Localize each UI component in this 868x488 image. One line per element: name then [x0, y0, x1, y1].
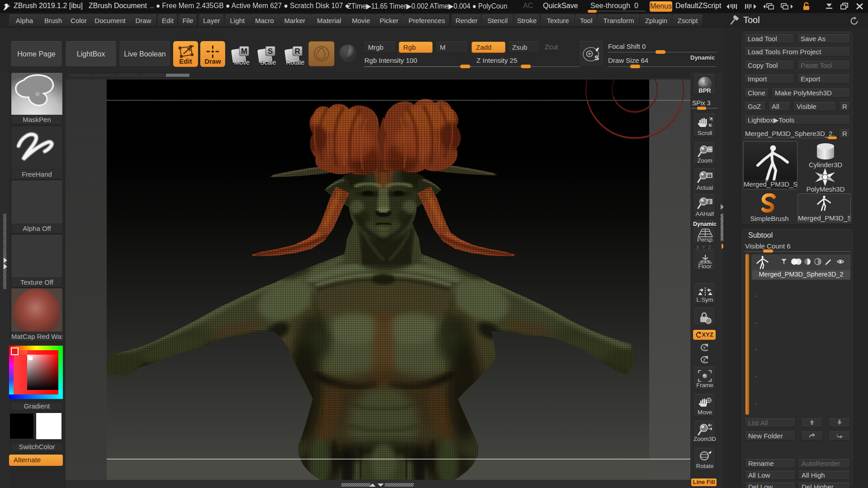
svg-text:S: S — [594, 54, 599, 61]
svg-text:x1: x1 — [708, 174, 712, 178]
svg-text:Y: Y — [703, 346, 706, 350]
svg-text:Z: Z — [703, 358, 706, 362]
